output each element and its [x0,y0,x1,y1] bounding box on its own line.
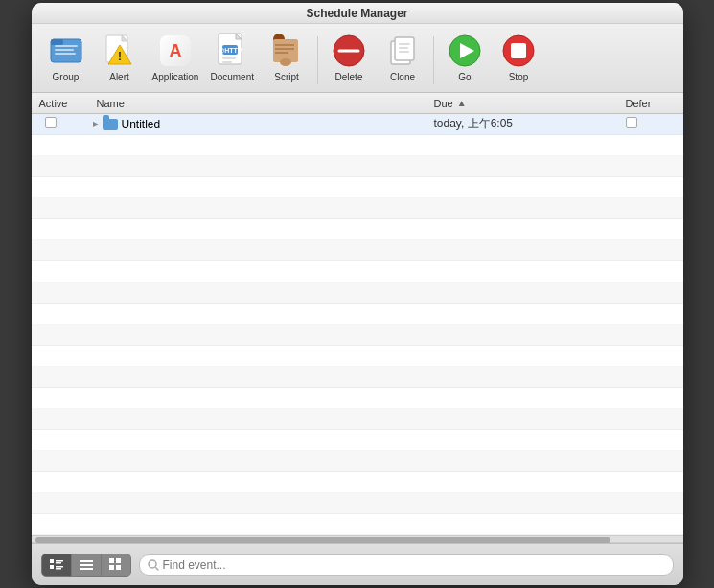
table-row [32,451,683,472]
svg-rect-23 [399,43,410,45]
table-row [32,514,683,535]
toolbar-separator-2 [433,36,434,84]
clone-label: Clone [390,72,415,82]
application-button[interactable]: A Application [149,30,203,84]
clone-icon [383,32,422,70]
table-row [32,261,683,283]
sort-arrow-icon: ▲ [457,98,467,108]
view-list-button[interactable] [71,554,101,576]
delete-icon [330,32,368,70]
svg-rect-42 [116,565,121,570]
row-checkbox[interactable] [45,117,57,128]
row-due-cell: today, 上午6:05 [434,116,626,132]
document-icon: @HTTP [213,32,251,70]
svg-rect-41 [109,565,114,570]
toolbar-separator-1 [317,36,318,84]
header-defer[interactable]: Defer [626,98,683,109]
script-label: Script [274,72,299,82]
table-row [32,409,683,430]
group-label: Group [53,72,80,82]
svg-point-18 [280,58,291,66]
svg-rect-24 [399,47,408,49]
clone-button[interactable]: Clone [378,30,427,84]
svg-text:A: A [169,41,181,60]
application-icon: A [156,32,195,70]
stop-label: Stop [509,72,529,82]
svg-rect-2 [55,45,78,47]
table-row [32,177,683,198]
svg-rect-40 [116,558,121,563]
document-button[interactable]: @HTTP Document [206,30,258,84]
row-defer-checkbox[interactable] [626,117,637,128]
table-row [32,283,683,304]
application-label: Application [152,72,199,82]
list-icon [80,558,93,572]
svg-rect-4 [55,53,76,55]
delete-button[interactable]: Delete [324,30,374,84]
alert-label: Alert [109,72,129,82]
svg-line-44 [155,567,158,570]
titlebar: Schedule Manager [32,3,683,24]
table-row [32,304,683,325]
svg-text:@HTTP: @HTTP [219,47,242,54]
table-row [32,198,683,219]
header-name[interactable]: Name [89,98,434,109]
bottom-bar [32,543,683,585]
view-buttons [41,554,131,577]
group-button[interactable]: Group [41,30,91,84]
go-button[interactable]: Go [440,30,490,84]
svg-rect-14 [222,57,236,59]
svg-rect-32 [56,562,61,564]
row-defer-cell [626,117,683,131]
svg-rect-37 [80,564,93,566]
alert-icon: ! [101,32,139,70]
document-label: Document [210,72,254,82]
row-active-cell [32,117,89,131]
svg-rect-31 [56,560,63,562]
disclosure-triangle-icon[interactable]: ▶ [93,120,99,128]
search-bar[interactable] [139,554,674,576]
table-row [32,219,683,240]
main-window: Schedule Manager Group [32,3,683,585]
table-row [32,472,683,493]
svg-rect-35 [56,568,61,570]
search-icon [148,559,159,571]
table-row [32,240,683,261]
view-list-detail-button[interactable] [42,554,71,576]
alert-button[interactable]: ! Alert [95,30,145,84]
window-title: Schedule Manager [306,7,407,20]
header-active[interactable]: Active [32,98,89,109]
list-detail-icon [50,558,63,572]
delete-label: Delete [335,72,363,82]
table-row [32,135,683,156]
header-name-label: Name [97,98,125,109]
svg-rect-38 [80,568,93,570]
view-grid-button[interactable] [101,554,130,576]
header-due[interactable]: Due ▲ [434,98,626,109]
header-due-label: Due [434,98,453,109]
toolbar: Group ! Alert [32,24,683,93]
go-label: Go [458,72,471,82]
go-icon [446,32,484,70]
scrollbar[interactable] [32,535,683,543]
scroll-thumb[interactable] [35,537,610,543]
table-row [32,388,683,409]
table-header: Active Name Due ▲ Defer [32,93,683,114]
svg-rect-1 [51,39,63,45]
table-row [32,367,683,388]
row-name-label: Untitled [122,118,161,131]
table-row [32,493,683,514]
svg-rect-33 [50,565,54,569]
script-button[interactable]: Script [262,30,311,84]
search-input[interactable] [163,558,665,572]
svg-rect-25 [399,51,409,53]
table-row [32,346,683,367]
table-row[interactable]: ▶ Untitled today, 上午6:05 [32,114,683,135]
stop-icon [499,32,538,70]
svg-rect-3 [55,49,74,51]
script-icon [267,32,306,70]
svg-rect-34 [56,566,63,568]
svg-rect-39 [109,558,114,563]
stop-button[interactable]: Stop [494,30,543,84]
row-name-cell: ▶ Untitled [89,118,434,131]
